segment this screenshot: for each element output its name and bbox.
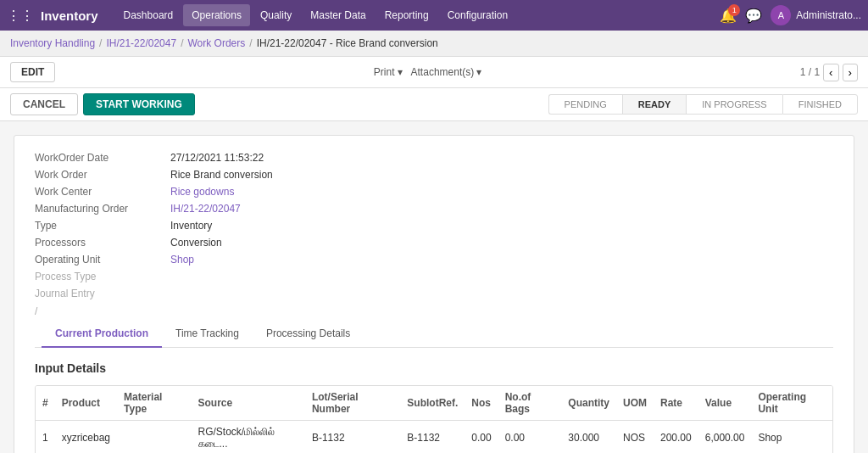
status-steps: PENDING READY IN PROGRESS FINISHED [548, 94, 858, 115]
column-header: Nos [465, 386, 498, 421]
column-header: UOM [616, 386, 654, 421]
status-pending[interactable]: PENDING [548, 94, 622, 115]
table-cell: 200.00 [654, 421, 698, 454]
table-cell: B-1132 [400, 421, 465, 454]
notification-bell-button[interactable]: 🔔 1 [720, 8, 737, 24]
main-content: WorkOrder Date27/12/2021 11:53:22Work Or… [0, 121, 868, 453]
nav-reporting[interactable]: Reporting [376, 4, 437, 26]
form-field-value[interactable]: Shop [170, 254, 194, 266]
breadcrumb-sep-1: / [99, 37, 102, 49]
table-cell: 1 [36, 421, 55, 454]
form-field-value[interactable]: Rice godowns [170, 186, 234, 198]
column-header: Product [55, 386, 117, 421]
breadcrumb-ih-number[interactable]: IH/21-22/02047 [106, 37, 176, 49]
column-header: # [36, 386, 55, 421]
table-body: 1xyzricebagRG/Stock/மில்லில் கடை...B-113… [36, 421, 832, 454]
tab-time-tracking[interactable]: Time Tracking [162, 321, 253, 348]
edit-button[interactable]: EDIT [10, 62, 55, 82]
brand-label: Inventory [41, 8, 98, 23]
column-header: Lot/Serial Number [305, 386, 400, 421]
cancel-button[interactable]: CANCEL [10, 93, 78, 115]
column-header: SublotRef. [400, 386, 465, 421]
attachment-button[interactable]: Attachment(s) ▾ [411, 66, 482, 78]
table-header: #ProductMaterial TypeSourceLot/Serial Nu… [36, 386, 832, 421]
form-fields: WorkOrder Date27/12/2021 11:53:22Work Or… [35, 149, 833, 268]
form-field-value[interactable]: IH/21-22/02047 [170, 203, 241, 215]
form-row: Work CenterRice godowns [35, 183, 833, 200]
form-row: Work OrderRice Brand conversion [35, 166, 833, 183]
column-header: No.of Bags [498, 386, 562, 421]
table-cell: Shop [751, 421, 832, 454]
tabs-bar: Current ProductionTime TrackingProcessin… [35, 321, 833, 348]
input-details-table: #ProductMaterial TypeSourceLot/Serial Nu… [36, 386, 832, 453]
user-avatar: A [771, 5, 791, 25]
form-row: Operating UnitShop [35, 251, 833, 268]
input-details-title: Input Details [35, 361, 833, 375]
table-cell: NOS [616, 421, 654, 454]
status-ready[interactable]: READY [622, 94, 687, 115]
breadcrumb-sep-3: / [249, 37, 252, 49]
tab-processing-details[interactable]: Processing Details [253, 321, 364, 348]
apps-icon[interactable]: ⋮⋮ [7, 8, 34, 24]
form-divider: / [35, 302, 833, 321]
prev-page-button[interactable]: ‹ [823, 64, 838, 81]
column-header: Source [192, 386, 305, 421]
table-cell: 0.00 [465, 421, 498, 454]
form-field-label: Work Center [35, 186, 170, 198]
form-card: WorkOrder Date27/12/2021 11:53:22Work Or… [14, 135, 854, 453]
pagination: 1 / 1 ‹ › [800, 64, 858, 81]
column-header: Material Type [117, 386, 191, 421]
breadcrumb-inventory-handling[interactable]: Inventory Handling [10, 37, 95, 49]
nav-right: 🔔 1 💬 A Administrato... [720, 5, 861, 25]
form-field-label: Processors [35, 237, 170, 249]
top-navigation: ⋮⋮ Inventory Dashboard Operations Qualit… [0, 0, 868, 31]
action-toolbar: CANCEL START WORKING PENDING READY IN PR… [0, 88, 868, 121]
form-row: ProcessorsConversion [35, 234, 833, 251]
status-in-progress[interactable]: IN PROGRESS [686, 94, 782, 115]
toolbar-center: Print ▾ Attachment(s) ▾ [374, 66, 481, 78]
notification-badge: 1 [728, 4, 740, 16]
start-working-button[interactable]: START WORKING [83, 93, 195, 115]
breadcrumb-current-page: IH/21-22/02047 - Rice Brand conversion [257, 37, 438, 49]
breadcrumb-work-orders[interactable]: Work Orders [187, 37, 245, 49]
table-cell: 30.000 [561, 421, 616, 454]
form-field-label: Type [35, 220, 170, 232]
status-finished[interactable]: FINISHED [782, 94, 858, 115]
nav-operations[interactable]: Operations [183, 4, 250, 26]
column-header: Rate [654, 386, 698, 421]
table-cell [117, 421, 191, 454]
edit-toolbar: EDIT Print ▾ Attachment(s) ▾ 1 / 1 ‹ › [0, 57, 868, 88]
user-menu-button[interactable]: A Administrato... [771, 5, 861, 25]
column-header: Value [698, 386, 752, 421]
form-row: WorkOrder Date27/12/2021 11:53:22 [35, 149, 833, 166]
user-label: Administrato... [796, 9, 861, 21]
table-cell: B-1132 [305, 421, 400, 454]
form-field-value: Rice Brand conversion [170, 169, 273, 181]
form-field-label: Operating Unit [35, 254, 170, 266]
nav-configuration[interactable]: Configuration [439, 4, 516, 26]
column-header: Operating Unit [751, 386, 832, 421]
form-field-value: Conversion [170, 237, 222, 249]
tab-current-production[interactable]: Current Production [42, 321, 162, 348]
nav-menu: Dashboard Operations Quality Master Data… [115, 4, 517, 26]
input-details-table-container: #ProductMaterial TypeSourceLot/Serial Nu… [35, 385, 833, 453]
table-cell: 0.00 [498, 421, 562, 454]
table-cell: RG/Stock/மில்லில் கடை... [192, 421, 305, 454]
nav-quality[interactable]: Quality [252, 4, 300, 26]
nav-masterdata[interactable]: Master Data [302, 4, 374, 26]
table-header-row: #ProductMaterial TypeSourceLot/Serial Nu… [36, 386, 832, 421]
nav-dashboard[interactable]: Dashboard [115, 4, 182, 26]
journal-entry-label: Journal Entry [35, 285, 833, 302]
form-field-label: WorkOrder Date [35, 152, 170, 164]
breadcrumb-sep-2: / [181, 37, 183, 49]
form-row: Manufacturing OrderIH/21-22/02047 [35, 200, 833, 217]
form-row: TypeInventory [35, 217, 833, 234]
table-cell: xyzricebag [55, 421, 117, 454]
form-field-value: Inventory [170, 220, 212, 232]
next-page-button[interactable]: › [843, 64, 858, 81]
table-row: 1xyzricebagRG/Stock/மில்லில் கடை...B-113… [36, 421, 832, 454]
table-cell: 6,000.00 [698, 421, 752, 454]
chat-icon-button[interactable]: 💬 [745, 8, 762, 24]
process-type-label: Process Type [35, 268, 833, 285]
print-button[interactable]: Print ▾ [374, 66, 403, 78]
